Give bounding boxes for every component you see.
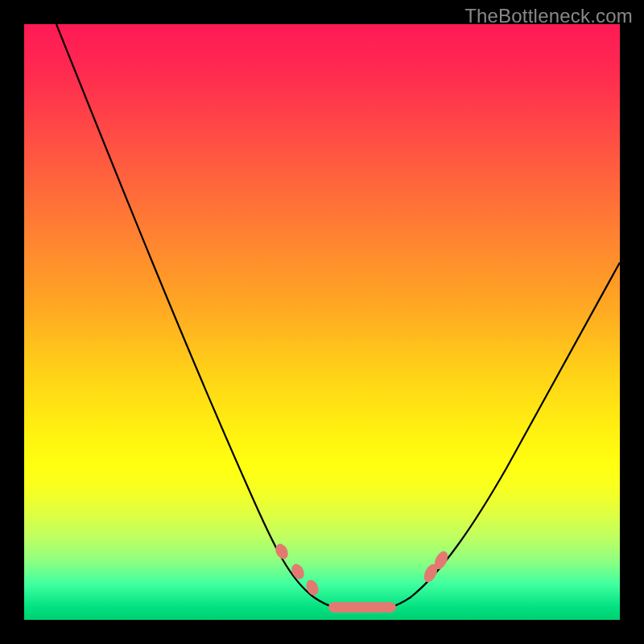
marker-dot	[304, 578, 321, 597]
marker-dot	[289, 562, 307, 581]
marker-flat-band	[328, 602, 396, 613]
marker-dot	[273, 542, 291, 561]
plot-frame	[24, 24, 620, 620]
bottleneck-curve-svg	[24, 24, 620, 620]
bottleneck-curve-path	[56, 24, 620, 612]
watermark-label: TheBottleneck.com	[464, 5, 633, 27]
